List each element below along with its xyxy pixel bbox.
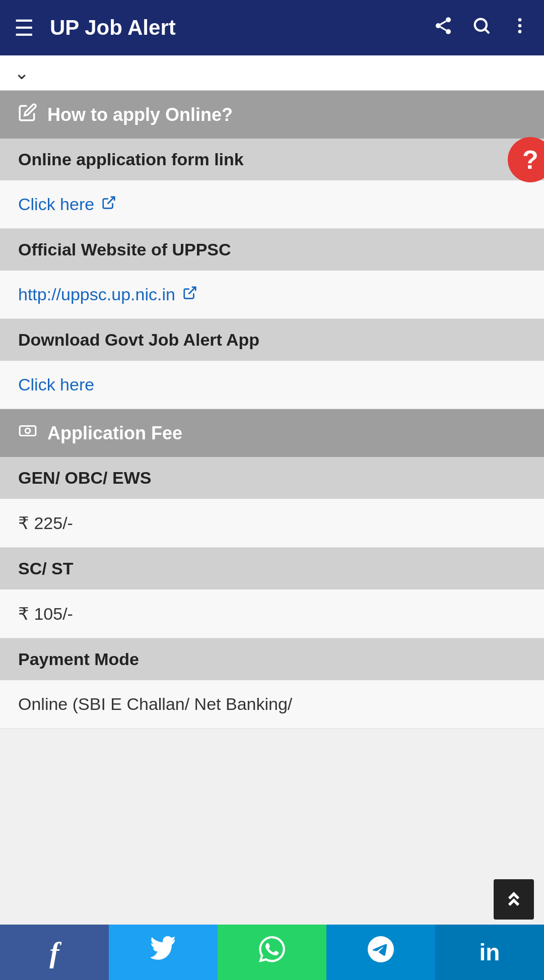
svg-point-0	[446, 17, 451, 22]
svg-line-4	[440, 21, 446, 24]
svg-line-11	[188, 287, 195, 294]
twitter-share-button[interactable]	[109, 925, 218, 980]
payment-mode-row: Online (SBI E Challan/ Net Banking/	[0, 680, 544, 729]
whatsapp-icon	[259, 936, 285, 968]
payment-mode-value: Online (SBI E Challan/ Net Banking/	[18, 694, 292, 713]
svg-point-2	[446, 29, 451, 34]
how-to-apply-title: How to apply Online?	[47, 104, 233, 125]
navbar: ☰ UP Job Alert	[0, 0, 544, 55]
external-link-icon	[101, 195, 116, 214]
help-button[interactable]: ?	[508, 137, 544, 182]
twitter-icon	[150, 936, 176, 968]
svg-line-3	[440, 27, 446, 30]
download-app-label: Download Govt Job Alert App	[18, 330, 259, 349]
application-form-link[interactable]: Click here	[18, 194, 526, 214]
svg-line-6	[486, 29, 489, 33]
official-website-subheader: Official Website of UPPSC	[0, 229, 544, 271]
external-link-icon-2	[182, 285, 197, 304]
online-application-subheader: Online application form link ?	[0, 139, 544, 180]
menu-icon[interactable]: ☰	[14, 15, 34, 41]
application-fee-header: Application Fee	[0, 409, 544, 457]
gen-obc-ews-label: GEN/ OBC/ EWS	[18, 468, 151, 487]
search-icon[interactable]	[471, 16, 492, 40]
official-website-label: Official Website of UPPSC	[18, 240, 231, 259]
facebook-share-button[interactable]: f	[0, 925, 109, 980]
linkedin-share-button[interactable]: in	[435, 925, 544, 980]
sc-st-subheader: SC/ ST	[0, 548, 544, 590]
share-icon[interactable]	[433, 16, 453, 40]
official-website-link-row: http://uppsc.up.nic.in	[0, 271, 544, 319]
svg-point-9	[518, 30, 522, 33]
download-app-link-row: Click here	[0, 361, 544, 409]
svg-rect-12	[20, 426, 36, 436]
svg-point-1	[436, 23, 441, 28]
sc-st-label: SC/ ST	[18, 559, 74, 578]
social-share-bar: f in	[0, 925, 544, 980]
official-website-link[interactable]: http://uppsc.up.nic.in	[18, 285, 526, 304]
gen-obc-ews-subheader: GEN/ OBC/ EWS	[0, 457, 544, 499]
sc-st-fee-value: ₹ 105/-	[18, 604, 73, 623]
dropdown-bar: ⌄	[0, 55, 544, 91]
payment-mode-label: Payment Mode	[18, 649, 139, 669]
linkedin-icon: in	[480, 939, 500, 966]
online-application-label: Online application form link	[18, 150, 244, 169]
more-options-icon[interactable]	[510, 16, 530, 40]
application-form-link-row: Click here	[0, 180, 544, 229]
gen-fee-row: ₹ 225/-	[0, 499, 544, 548]
money-icon	[18, 421, 37, 445]
facebook-icon: f	[49, 936, 59, 969]
svg-point-7	[518, 18, 522, 22]
sc-st-fee-row: ₹ 105/-	[0, 590, 544, 638]
how-to-apply-header: How to apply Online?	[0, 91, 544, 139]
content-area: How to apply Online? Online application …	[0, 91, 544, 829]
navbar-actions	[433, 16, 530, 40]
app-title: UP Job Alert	[50, 16, 433, 40]
svg-line-10	[108, 197, 115, 204]
payment-mode-subheader: Payment Mode	[0, 638, 544, 680]
edit-icon	[18, 103, 37, 126]
telegram-share-button[interactable]	[326, 925, 435, 980]
gen-fee-value: ₹ 225/-	[18, 513, 73, 533]
svg-point-8	[518, 24, 522, 27]
application-fee-title: Application Fee	[47, 423, 182, 444]
whatsapp-share-button[interactable]	[218, 925, 326, 980]
svg-point-5	[475, 19, 487, 30]
dropdown-arrow-icon[interactable]: ⌄	[14, 62, 29, 84]
telegram-icon	[368, 936, 394, 968]
download-app-subheader: Download Govt Job Alert App	[0, 319, 544, 361]
svg-point-13	[25, 428, 30, 433]
scroll-top-button[interactable]	[494, 879, 534, 920]
download-app-link[interactable]: Click here	[18, 375, 526, 395]
